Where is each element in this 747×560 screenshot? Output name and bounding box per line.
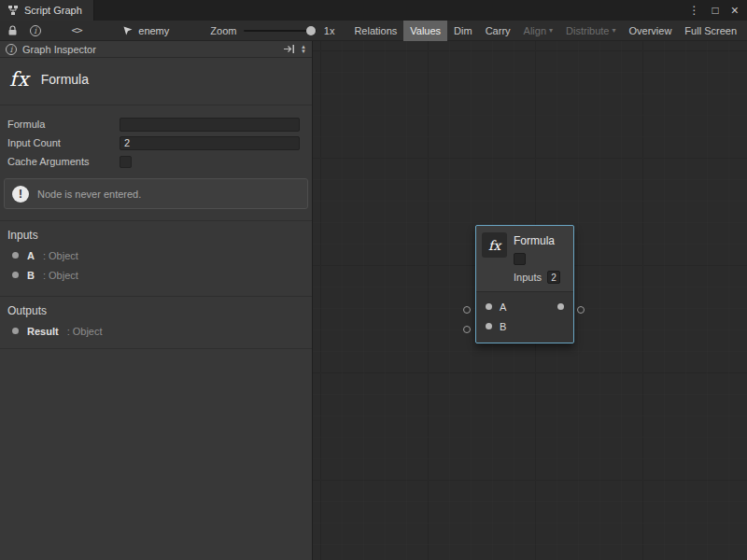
inspector-title-block: fx Formula [0, 58, 312, 105]
port-name: Result [27, 326, 59, 337]
port-type: : Object [67, 326, 103, 337]
zoom-value: 1x [324, 25, 335, 36]
unity-script-graph-window: Script Graph ⋮ □ × i <> enemy Zoom [0, 0, 747, 560]
relations-label: Relations [354, 25, 397, 36]
lock-button[interactable] [4, 21, 21, 41]
info-icon: i [30, 25, 41, 36]
spinner-down-icon: ▼ [301, 49, 306, 54]
distribute-label: Distribute [566, 25, 609, 36]
port-dot-icon [12, 252, 19, 259]
inspector-fields: Formula Input Count 2 Cache Arguments [0, 115, 312, 171]
relations-button[interactable]: Relations [347, 21, 403, 41]
zoom-label: Zoom [210, 25, 236, 36]
port-b-label: B [500, 321, 506, 332]
formula-field-row: Formula [0, 115, 312, 133]
node-port-row-a: A [476, 297, 573, 316]
tab-label: Script Graph [24, 5, 82, 16]
code-icon: <> [71, 24, 81, 36]
window-controls: ⋮ □ × [689, 0, 747, 21]
warning-banner: ! Node is never entered. [4, 178, 308, 209]
menu-kebab-icon[interactable]: ⋮ [689, 5, 700, 16]
node-formula-input[interactable] [514, 253, 526, 265]
graph-breadcrumb[interactable]: enemy [122, 25, 169, 36]
cache-arguments-field-row: Cache Arguments [0, 152, 312, 171]
graph-toolbar: i <> enemy Zoom 1x Relations Values Dim … [0, 21, 747, 41]
zoom-slider[interactable] [244, 30, 316, 32]
input-count-field-row: Input Count 2 [0, 133, 312, 152]
port-type: : Object [43, 270, 78, 281]
inputs-section: Inputs A : Object B : Object [0, 220, 312, 285]
zoom-slider-handle[interactable] [306, 26, 316, 35]
formula-node-title-column: Formula [514, 232, 555, 265]
distribute-button[interactable]: Distribute ▾ [559, 21, 622, 41]
graph-inspector-panel: i Graph Inspector ▲ ▼ fx Formula Formula [0, 41, 313, 560]
inputs-section-title: Inputs [0, 227, 312, 245]
port-dot-icon [12, 328, 19, 334]
input-count-input[interactable]: 2 [120, 136, 300, 150]
fx-icon: fx [9, 68, 30, 91]
lock-icon [7, 25, 18, 36]
align-button[interactable]: Align ▾ [517, 21, 559, 41]
carry-label: Carry [486, 25, 511, 36]
full-screen-button[interactable]: Full Screen [678, 21, 743, 41]
node-input-count-field[interactable]: 2 [547, 271, 560, 284]
inspector-node-title: Formula [41, 72, 89, 87]
info-icon: i [6, 44, 17, 55]
port-a-label: A [500, 301, 506, 313]
external-port-a[interactable] [463, 306, 471, 314]
graph-icon [7, 5, 19, 16]
external-port-b[interactable] [463, 326, 471, 333]
align-label: Align [524, 25, 546, 36]
full-screen-label: Full Screen [684, 25, 737, 36]
tab-bar: Script Graph ⋮ □ × [0, 0, 747, 21]
dim-label: Dim [454, 25, 472, 36]
port-dot-icon [12, 272, 19, 278]
port-name: B [27, 270, 35, 281]
close-icon[interactable]: × [731, 4, 739, 17]
dim-button[interactable]: Dim [447, 21, 479, 41]
graph-canvas[interactable]: fx Formula Inputs 2 A B [313, 41, 747, 560]
fx-icon: fx [482, 232, 507, 258]
cache-arguments-field-label: Cache Arguments [7, 156, 120, 167]
port-result-dot[interactable] [557, 303, 564, 310]
graph-pointer-icon [122, 25, 134, 36]
inspector-header-actions: ▲ ▼ [283, 44, 306, 54]
input-count-field-label: Input Count [7, 137, 120, 148]
maximize-icon[interactable]: □ [712, 5, 719, 16]
node-title: Formula [514, 234, 555, 247]
chevron-down-icon: ▾ [549, 27, 553, 35]
values-button[interactable]: Values [403, 21, 447, 41]
overview-button[interactable]: Overview [623, 21, 679, 41]
graph-ref-label: enemy [138, 25, 169, 36]
port-type: : Object [43, 250, 78, 261]
node-inputs-row: Inputs 2 [476, 267, 573, 291]
node-inputs-label: Inputs [514, 272, 542, 283]
section-divider [0, 348, 312, 349]
carry-button[interactable]: Carry [479, 21, 517, 41]
node-port-row-b: B [476, 316, 573, 336]
formula-node[interactable]: fx Formula Inputs 2 A B [475, 225, 574, 343]
formula-node-header: fx Formula [476, 226, 573, 267]
input-port-b-row: B : Object [0, 265, 312, 285]
outputs-section-title: Outputs [0, 302, 312, 321]
panel-spinner[interactable]: ▲ ▼ [301, 45, 306, 54]
chevron-down-icon: ▾ [613, 27, 616, 35]
info-button[interactable]: i [26, 21, 43, 41]
edit-script-button[interactable]: <> [68, 21, 85, 41]
formula-input[interactable] [120, 118, 300, 132]
inspector-header: i Graph Inspector ▲ ▼ [0, 41, 312, 58]
warning-text: Node is never entered. [37, 189, 141, 200]
dock-panel-icon[interactable] [283, 44, 295, 54]
cache-arguments-checkbox[interactable] [120, 156, 132, 168]
port-a-dot[interactable] [486, 303, 492, 310]
external-port-result[interactable] [577, 306, 585, 314]
outputs-section: Outputs Result : Object [0, 296, 312, 349]
values-label: Values [410, 25, 441, 36]
tab-script-graph[interactable]: Script Graph [0, 0, 94, 21]
output-port-result-row: Result : Object [0, 321, 312, 341]
input-port-a-row: A : Object [0, 245, 312, 265]
node-ports: A B [476, 291, 573, 343]
port-b-dot[interactable] [486, 323, 492, 329]
port-name: A [27, 250, 35, 261]
overview-label: Overview [629, 25, 672, 36]
